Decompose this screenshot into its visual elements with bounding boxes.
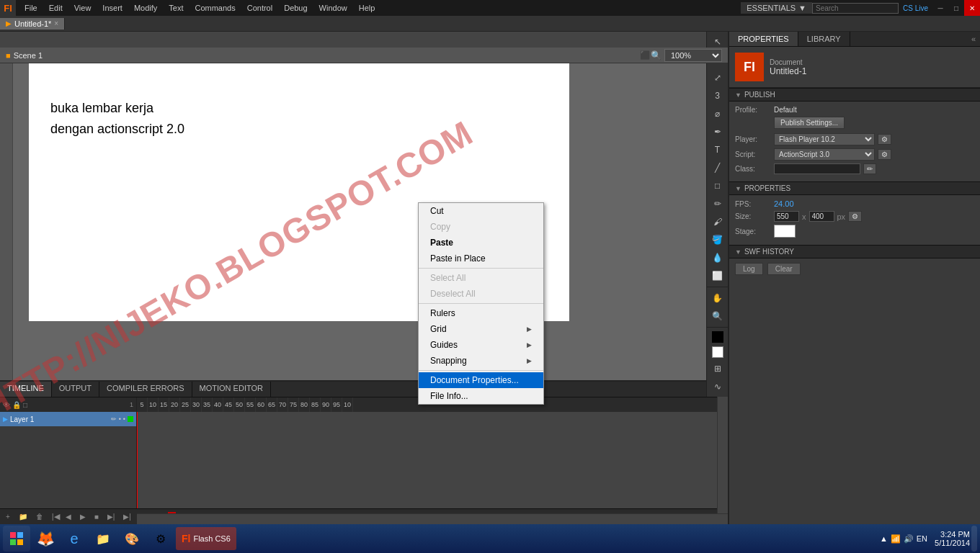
cm-paste-in-place[interactable]: Paste in Place bbox=[419, 251, 543, 266]
pen-tool[interactable]: ✒ bbox=[709, 123, 726, 140]
stop-btn[interactable]: ■ bbox=[92, 511, 102, 522]
systray-arrow[interactable]: ▲ bbox=[880, 534, 888, 543]
size-settings-btn[interactable]: ⚙ bbox=[848, 211, 862, 222]
menu-insert[interactable]: Insert bbox=[97, 2, 128, 14]
layer-page-icon: ▶ bbox=[3, 415, 8, 423]
explorer-btn[interactable]: 📁 bbox=[89, 526, 117, 552]
clear-button[interactable]: Clear bbox=[767, 263, 801, 275]
stage-color-box[interactable] bbox=[774, 225, 796, 238]
show-desktop-btn[interactable] bbox=[971, 526, 977, 552]
document-tab[interactable]: ▶ Untitled-1* × bbox=[0, 18, 65, 30]
prev-frame-btn[interactable]: ◀ bbox=[63, 511, 74, 522]
tab-library[interactable]: LIBRARY bbox=[798, 32, 850, 46]
svg-rect-2 bbox=[10, 539, 16, 545]
menu-window[interactable]: Window bbox=[313, 2, 353, 14]
menu-control[interactable]: Control bbox=[241, 2, 278, 14]
misc-btn[interactable]: ⚙ bbox=[147, 526, 174, 552]
width-input[interactable] bbox=[774, 211, 799, 222]
go-start-btn[interactable]: |◀ bbox=[52, 512, 60, 521]
cm-paste[interactable]: Paste bbox=[419, 235, 543, 251]
cm-cut[interactable]: Cut bbox=[419, 203, 543, 219]
cs-live-btn[interactable]: CS Live bbox=[899, 3, 932, 14]
zoom-tool[interactable]: 🔍 bbox=[709, 307, 726, 325]
rect-tool[interactable]: □ bbox=[709, 177, 726, 194]
hand-tool[interactable]: ✋ bbox=[709, 289, 726, 307]
tab-output[interactable]: OUTPUT bbox=[52, 382, 99, 397]
panel-collapse-btn[interactable]: « bbox=[967, 32, 980, 46]
paint-bucket-tool[interactable]: 🪣 bbox=[709, 231, 726, 248]
stroke-color-box[interactable] bbox=[712, 331, 723, 343]
go-end-btn[interactable]: ▶| bbox=[120, 511, 134, 522]
class-edit-btn[interactable]: ✏ bbox=[863, 163, 876, 174]
snap-btn[interactable]: ⊞ bbox=[709, 360, 726, 377]
start-button[interactable] bbox=[3, 526, 30, 552]
minimize-button[interactable]: ─ bbox=[932, 0, 948, 16]
cm-snapping[interactable]: Snapping ▶ bbox=[419, 353, 543, 369]
tab-timeline[interactable]: TIMELINE bbox=[0, 382, 52, 397]
menu-file[interactable]: File bbox=[19, 2, 43, 14]
properties-tabs: PROPERTIES LIBRARY « bbox=[729, 32, 980, 47]
essentials-selector[interactable]: ESSENTIALS ▼ bbox=[741, 2, 812, 14]
lasso-tool[interactable]: ⌀ bbox=[709, 105, 726, 122]
tab-compiler-errors[interactable]: COMPILER ERRORS bbox=[99, 382, 192, 397]
tab-properties[interactable]: PROPERTIES bbox=[729, 32, 798, 46]
tab-close-icon[interactable]: × bbox=[54, 19, 58, 27]
flash-taskbar-btn[interactable]: Fl Flash CS6 bbox=[176, 527, 236, 550]
firefox-btn[interactable]: 🦊 bbox=[32, 526, 59, 552]
menu-debug[interactable]: Debug bbox=[278, 2, 313, 14]
player-select[interactable]: Flash Player 10.2 bbox=[774, 133, 875, 145]
profile-value: Default bbox=[774, 106, 797, 114]
eraser-tool[interactable]: ⬜ bbox=[709, 267, 726, 284]
playhead[interactable] bbox=[137, 412, 138, 508]
cm-grid[interactable]: Grid ▶ bbox=[419, 321, 543, 337]
layer-1-row[interactable]: ▶ Layer 1 ✏ • • bbox=[0, 412, 136, 426]
menu-modify[interactable]: Modify bbox=[128, 2, 163, 14]
script-settings-btn[interactable]: ⚙ bbox=[878, 149, 891, 160]
delete-layer-btn[interactable]: 🗑 bbox=[33, 511, 46, 522]
class-input[interactable] bbox=[774, 163, 860, 174]
search-input[interactable] bbox=[812, 3, 899, 14]
line-tool[interactable]: ╱ bbox=[709, 159, 726, 176]
swf-history-header[interactable]: ▼ SWF HISTORY bbox=[729, 245, 980, 258]
cm-rulers[interactable]: Rulers bbox=[419, 305, 543, 321]
menu-help[interactable]: Help bbox=[353, 2, 381, 14]
smooth-btn[interactable]: ∿ bbox=[709, 378, 726, 395]
canvas-hscrollbar[interactable] bbox=[137, 513, 728, 524]
play-btn[interactable]: ▶ bbox=[77, 511, 89, 522]
tab-motion-editor[interactable]: MOTION EDITOR bbox=[192, 382, 271, 397]
height-input[interactable] bbox=[809, 211, 834, 222]
transform-tool[interactable]: ⤢ bbox=[709, 69, 726, 86]
menu-commands[interactable]: Commands bbox=[189, 2, 241, 14]
layer-edit-icon: ✏ bbox=[111, 415, 117, 423]
cm-grid-arrow: ▶ bbox=[527, 325, 532, 333]
text-tool[interactable]: T bbox=[709, 141, 726, 158]
publish-settings-button[interactable]: Publish Settings... bbox=[774, 117, 845, 129]
paint-btn[interactable]: 🎨 bbox=[118, 526, 146, 552]
frames-track[interactable] bbox=[137, 412, 728, 508]
menu-edit[interactable]: Edit bbox=[43, 2, 68, 14]
zoom-select[interactable]: 100% 50% 200% bbox=[664, 49, 722, 62]
new-folder-btn[interactable]: 📁 bbox=[16, 511, 30, 522]
new-layer-btn[interactable]: + bbox=[3, 511, 13, 522]
next-frame-btn[interactable]: ▶| bbox=[104, 511, 118, 522]
log-button[interactable]: Log bbox=[735, 263, 763, 275]
fill-color-box[interactable] bbox=[712, 346, 723, 358]
close-button[interactable]: ✕ bbox=[964, 0, 980, 16]
ie-btn[interactable]: e bbox=[61, 526, 88, 552]
eyedropper-tool[interactable]: 💧 bbox=[709, 249, 726, 266]
menu-text[interactable]: Text bbox=[163, 2, 189, 14]
pencil-tool[interactable]: ✏ bbox=[709, 195, 726, 212]
publish-section-header[interactable]: ▼ PUBLISH bbox=[729, 88, 980, 102]
3d-tool[interactable]: 3 bbox=[709, 87, 726, 104]
cm-guides[interactable]: Guides ▶ bbox=[419, 337, 543, 353]
brush-tool[interactable]: 🖌 bbox=[709, 213, 726, 230]
cm-file-info[interactable]: File Info... bbox=[419, 388, 543, 404]
frame-55: 55 bbox=[245, 397, 256, 412]
cm-document-properties[interactable]: Document Properties... bbox=[419, 372, 543, 388]
maximize-button[interactable]: □ bbox=[948, 0, 964, 16]
script-select[interactable]: ActionScript 3.0 bbox=[774, 148, 875, 161]
properties-section-header[interactable]: ▼ PROPERTIES bbox=[729, 181, 980, 195]
menu-view[interactable]: View bbox=[68, 2, 97, 14]
volume-icon[interactable]: 🔊 bbox=[904, 534, 914, 544]
player-settings-btn[interactable]: ⚙ bbox=[878, 134, 891, 145]
